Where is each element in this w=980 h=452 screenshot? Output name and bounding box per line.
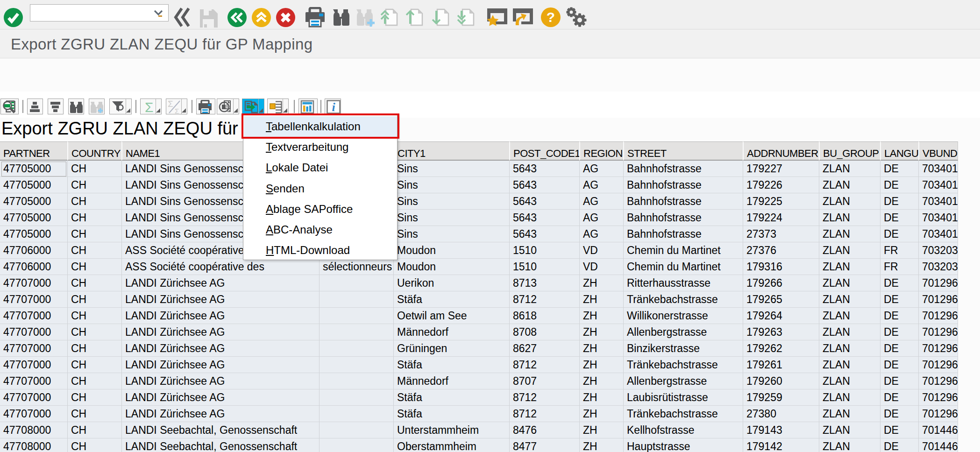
svg-text:i: i (332, 100, 335, 114)
svg-text:Σ: Σ (175, 107, 179, 114)
svg-text:?: ? (547, 9, 555, 25)
svg-text:Σ: Σ (168, 100, 173, 109)
svg-text:Σ: Σ (145, 100, 154, 114)
